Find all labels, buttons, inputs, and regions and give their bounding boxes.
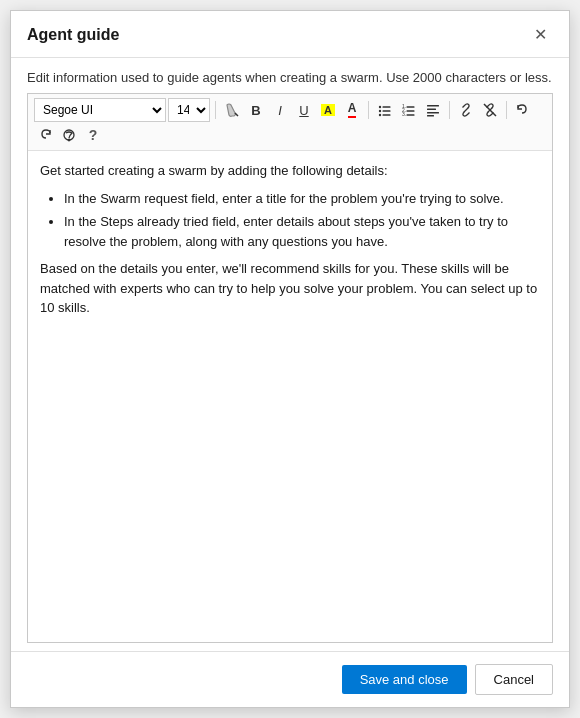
toolbar: Segoe UI Arial Times New Roman 14 891011… bbox=[28, 94, 552, 151]
font-color-button[interactable]: A bbox=[341, 99, 363, 121]
font-family-select[interactable]: Segoe UI Arial Times New Roman bbox=[34, 98, 166, 122]
svg-point-3 bbox=[379, 110, 381, 112]
svg-point-21 bbox=[68, 139, 70, 141]
save-close-button[interactable]: Save and close bbox=[342, 665, 467, 694]
svg-rect-8 bbox=[407, 106, 415, 107]
svg-line-19 bbox=[484, 104, 496, 116]
toolbar-divider-1 bbox=[215, 101, 216, 119]
svg-point-5 bbox=[379, 114, 381, 116]
toolbar-divider-3 bbox=[449, 101, 450, 119]
svg-rect-2 bbox=[383, 106, 391, 107]
align-button[interactable] bbox=[422, 99, 444, 121]
italic-button[interactable]: I bbox=[269, 99, 291, 121]
editor-container: Segoe UI Arial Times New Roman 14 891011… bbox=[27, 93, 553, 643]
link-button[interactable] bbox=[455, 99, 477, 121]
svg-rect-6 bbox=[383, 114, 391, 115]
dialog-footer: Save and close Cancel bbox=[11, 651, 569, 707]
dialog-header: Agent guide ✕ bbox=[11, 11, 569, 58]
editor-bullet-2: In the Steps already tried field, enter … bbox=[64, 212, 540, 251]
svg-rect-15 bbox=[427, 112, 439, 114]
svg-line-17 bbox=[464, 108, 468, 112]
editor-body[interactable]: Get started creating a swarm by adding t… bbox=[28, 151, 552, 642]
cancel-button[interactable]: Cancel bbox=[475, 664, 553, 695]
numbered-list-button[interactable]: 1. 2. 3. bbox=[398, 99, 420, 121]
svg-rect-4 bbox=[383, 110, 391, 111]
editor-list: In the Swarm request field, enter a titl… bbox=[64, 189, 540, 252]
underline-button[interactable]: U bbox=[293, 99, 315, 121]
editor-body-text: Based on the details you enter, we'll re… bbox=[40, 259, 540, 318]
close-button[interactable]: ✕ bbox=[528, 25, 553, 45]
svg-rect-12 bbox=[407, 114, 415, 115]
bold-button[interactable]: B bbox=[245, 99, 267, 121]
dialog-description: Edit information used to guide agents wh… bbox=[11, 58, 569, 93]
svg-rect-13 bbox=[427, 105, 439, 107]
svg-point-1 bbox=[379, 106, 381, 108]
svg-rect-14 bbox=[427, 109, 436, 111]
svg-text:3.: 3. bbox=[402, 111, 406, 117]
editor-bullet-1: In the Swarm request field, enter a titl… bbox=[64, 189, 540, 209]
agent-guide-dialog: Agent guide ✕ Edit information used to g… bbox=[10, 10, 570, 708]
toolbar-divider-4 bbox=[506, 101, 507, 119]
svg-rect-16 bbox=[427, 115, 434, 117]
font-size-select[interactable]: 14 891011 12161824 bbox=[168, 98, 210, 122]
bullet-list-button[interactable] bbox=[374, 99, 396, 121]
dialog-title: Agent guide bbox=[27, 26, 119, 44]
redo-button[interactable] bbox=[34, 124, 56, 146]
svg-rect-10 bbox=[407, 110, 415, 111]
special-button[interactable] bbox=[58, 124, 80, 146]
undo-button[interactable] bbox=[512, 99, 534, 121]
clear-format-button[interactable] bbox=[221, 99, 243, 121]
editor-intro: Get started creating a swarm by adding t… bbox=[40, 161, 540, 181]
toolbar-divider-2 bbox=[368, 101, 369, 119]
highlight-button[interactable]: A bbox=[317, 99, 339, 121]
unlink-button[interactable] bbox=[479, 99, 501, 121]
help-button[interactable]: ? bbox=[82, 124, 104, 146]
